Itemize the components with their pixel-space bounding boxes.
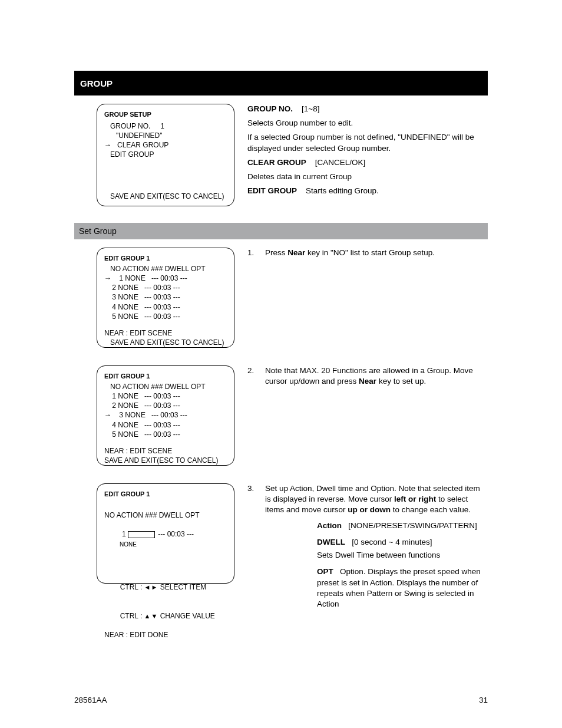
step-number: 3. [247, 483, 256, 516]
manual-page: GROUP GROUP SETUP GROUP NO. 1 "UNDEFINED… [0, 0, 562, 728]
panel-line: → 1 NONE --- 00:03 --- [104, 274, 227, 283]
desc-line: Selects Group number to edit. [247, 118, 488, 129]
subsection-heading-text: Set Group [79, 226, 117, 236]
panel-line: EDIT GROUP [104, 150, 227, 159]
step-body: Set up Action, Dwell time and Option. No… [265, 483, 488, 516]
panel-line: NO ACTION ### DWELL OPT [104, 382, 227, 391]
section-heading-bar: GROUP [74, 71, 488, 95]
panel-line: 2 NONE --- 00:03 --- [104, 283, 227, 292]
selection-box-icon [128, 531, 155, 538]
panel-title: EDIT GROUP 1 [104, 490, 227, 499]
subsection-heading-bar: Set Group [74, 223, 488, 239]
panel-edit-group-c: EDIT GROUP 1 NO ACTION ### DWELL OPT 1 -… [97, 483, 234, 584]
left-right-arrow-icon: ◄► [144, 584, 158, 591]
field-text: Starts editing Group. [306, 186, 379, 195]
desc-line: Deletes data in current Group [247, 172, 488, 182]
page-footer: 28561AA 31 [74, 696, 488, 704]
panel-title: GROUP SETUP [104, 110, 227, 119]
section-heading-text: GROUP [80, 78, 113, 88]
arrow-icon: → [104, 141, 111, 149]
panel-line: "UNDEFINED" [104, 131, 227, 140]
step-number: 1. [247, 248, 256, 258]
desc-line: GROUP NO. [1~8] [247, 104, 488, 114]
step-2-text: 2. Note that MAX. 20 Functions are allow… [247, 357, 488, 391]
step-body: Press Near key in "NO" list to start Gro… [265, 248, 435, 258]
step-1-text: 1. Press Near key in "NO" list to start … [247, 239, 488, 263]
numbered-step: 3. Set up Action, Dwell time and Option.… [247, 483, 488, 516]
panel-line: NEAR : EDIT SCENE [104, 446, 227, 456]
panel-line: 1 NONE --- 00:03 --- [104, 391, 227, 401]
panel-line: 3 NONE --- 00:03 --- [104, 292, 227, 302]
panel-line: SAVE AND EXIT(ESC TO CANCEL) [104, 338, 227, 347]
panel-line: NO ACTION ### DWELL OPT [104, 264, 227, 274]
panel-line: 4 NONE --- 00:03 --- [104, 420, 227, 430]
panel-title: EDIT GROUP 1 [104, 372, 227, 381]
field-range: [1~8] [302, 104, 319, 113]
panel-group-setup: GROUP SETUP GROUP NO. 1 "UNDEFINED" → CL… [97, 104, 234, 206]
panel-line: 5 NONE --- 00:03 --- [104, 312, 227, 321]
detail-line: Sets Dwell Time between functions [317, 550, 488, 561]
panel-edit-group-b: EDIT GROUP 1 NO ACTION ### DWELL OPT 1 N… [97, 365, 234, 466]
panel-line: NEAR : EDIT DONE [104, 630, 227, 640]
panel-line: → CLEAR GROUP [104, 140, 227, 150]
step-3-text: 3. Set up Action, Dwell time and Option.… [247, 475, 488, 612]
detail-line: Action [NONE/PRESET/SWING/PATTERN] [317, 521, 488, 531]
field-label: GROUP NO. [247, 104, 293, 113]
numbered-step: 1. Press Near key in "NO" list to start … [247, 248, 488, 258]
detail-line: OPT Option. Displays the preset speed wh… [317, 566, 488, 610]
panel-line: NEAR : EDIT SCENE [104, 328, 227, 338]
panel-hint: CTRL : ▲▼ CHANGE VALUE [104, 602, 227, 631]
block-step-2: EDIT GROUP 1 NO ACTION ### DWELL OPT 1 N… [74, 357, 488, 466]
footer-page-number: 31 [479, 696, 488, 704]
panel-line: GROUP NO. 1 [104, 121, 227, 131]
detail-line: DWELL [0 second ~ 4 minutes] [317, 537, 488, 548]
arrow-icon: → [104, 411, 111, 419]
group-setup-description: GROUP NO. [1~8] Selects Group number to … [247, 95, 488, 200]
panel-edit-group-a: EDIT GROUP 1 NO ACTION ### DWELL OPT → 1… [97, 248, 234, 348]
panel-title: EDIT GROUP 1 [104, 254, 227, 263]
desc-line: CLEAR GROUP [CANCEL/OK] [247, 157, 488, 168]
desc-line: EDIT GROUP Starts editing Group. [247, 186, 488, 196]
block-group-setup: GROUP SETUP GROUP NO. 1 "UNDEFINED" → CL… [74, 95, 488, 206]
panel-line: SAVE AND EXIT(ESC TO CANCEL) [104, 456, 227, 465]
desc-line: If a selected Group number is not define… [247, 132, 488, 153]
panel-line: 5 NONE --- 00:03 --- [104, 430, 227, 439]
selection-box-text: NONE [120, 541, 227, 549]
field-range: [CANCEL/OK] [315, 158, 366, 167]
footer-doc-id: 28561AA [74, 696, 107, 704]
panel-line: 2 NONE --- 00:03 --- [104, 401, 227, 410]
panel-hint: CTRL : ◄► SELECT ITEM [104, 573, 227, 602]
numbered-step: 2. Note that MAX. 20 Functions are allow… [247, 365, 488, 387]
up-down-arrow-icon: ▲▼ [144, 612, 158, 620]
field-label: EDIT GROUP [247, 186, 297, 195]
arrow-icon: → [104, 274, 111, 282]
step-3-details: Action [NONE/PRESET/SWING/PATTERN] DWELL… [317, 521, 488, 610]
panel-line: → 3 NONE --- 00:03 --- [104, 410, 227, 420]
field-label: CLEAR GROUP [247, 158, 306, 167]
step-body: Note that MAX. 20 Functions are allowed … [265, 365, 488, 387]
panel-line: SAVE AND EXIT(ESC TO CANCEL) [104, 192, 227, 201]
block-step-1: EDIT GROUP 1 NO ACTION ### DWELL OPT → 1… [74, 239, 488, 348]
step-number: 2. [247, 365, 256, 387]
block-step-3: EDIT GROUP 1 NO ACTION ### DWELL OPT 1 -… [74, 475, 488, 612]
panel-line: 4 NONE --- 00:03 --- [104, 302, 227, 312]
panel-line: NO ACTION ### DWELL OPT [104, 510, 227, 520]
